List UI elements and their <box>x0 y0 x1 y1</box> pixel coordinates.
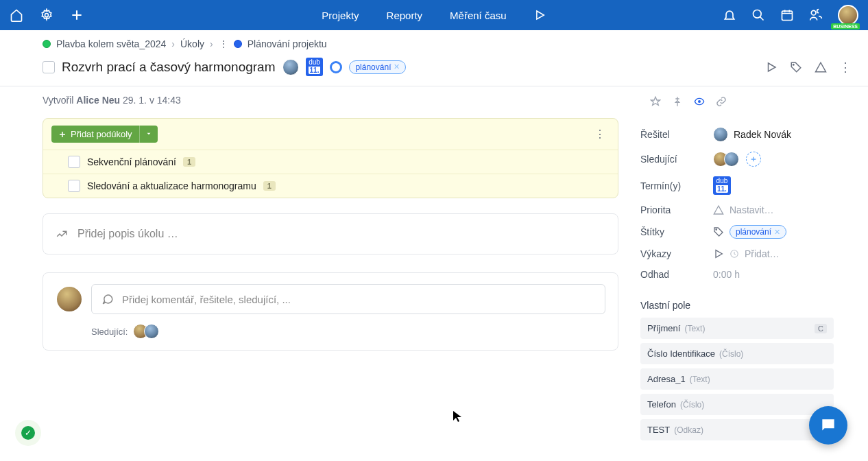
breadcrumb-tasks[interactable]: Úkoly <box>180 38 204 49</box>
subtask-checkbox[interactable] <box>68 180 80 192</box>
comment-input[interactable]: Přidej komentář, řešitele, sledující, ..… <box>91 284 605 314</box>
link-icon[interactable] <box>716 96 727 107</box>
breadcrumb-project[interactable]: Plavba kolem světa_2024 <box>56 38 166 49</box>
sync-status-icon[interactable]: ✓ <box>15 420 41 446</box>
users-icon[interactable] <box>809 8 823 22</box>
task-header: Rozvrh prací a časový harmonogram dub 11… <box>0 55 868 86</box>
custom-field-row[interactable]: Číslo Identifikace (Číslo) <box>640 343 834 364</box>
comment-avatar <box>56 285 83 313</box>
plan-badge: BUSINESS <box>831 23 860 29</box>
task-more-icon[interactable]: ⋮ <box>839 60 852 75</box>
play-icon[interactable] <box>534 9 546 21</box>
subtask-row[interactable]: Sledování a aktualizace harmonogramu 1 <box>43 174 618 198</box>
svg-point-6 <box>793 64 795 65</box>
svg-point-7 <box>698 100 701 103</box>
assignee-avatar-inline[interactable] <box>282 59 299 75</box>
field-estimate-label: Odhad <box>640 269 713 280</box>
nav-reports[interactable]: Reporty <box>387 10 423 21</box>
breadcrumb-current[interactable]: Plánování projektu <box>248 38 327 49</box>
field-priority-value[interactable]: Nastavit… <box>713 204 774 215</box>
field-tags-value[interactable]: plánování✕ <box>713 225 786 239</box>
svg-point-8 <box>716 229 716 230</box>
task-status-dot <box>234 40 242 48</box>
priority-icon[interactable] <box>815 61 827 73</box>
add-subtask-dropdown[interactable] <box>139 126 158 143</box>
field-assignee-value[interactable]: Radek Novák <box>713 127 791 142</box>
tag-pill[interactable]: plánování✕ <box>349 60 406 74</box>
subtask-count: 1 <box>263 181 276 191</box>
field-estimate-value[interactable]: 0:00 h <box>713 269 740 280</box>
search-icon[interactable] <box>751 8 765 22</box>
followers-label: Sledující: <box>91 327 128 337</box>
tags-icon[interactable] <box>790 61 802 73</box>
comment-card: Přidej komentář, řešitele, sledující, ..… <box>43 272 618 351</box>
field-followers-label: Sledující <box>640 154 713 165</box>
created-meta: Vytvořil Alice Neu 29. 1. v 14:43 <box>43 95 618 106</box>
subtask-title[interactable]: Sledování a aktualizace harmonogramu <box>87 180 256 191</box>
project-status-dot <box>43 40 51 48</box>
svg-marker-5 <box>769 63 776 71</box>
svg-point-4 <box>811 10 816 15</box>
add-follower-icon[interactable] <box>746 152 761 167</box>
svg-point-0 <box>45 14 49 17</box>
due-date-badge[interactable]: dub 11. <box>306 58 324 76</box>
add-subtask-button[interactable]: Přidat podúkoly <box>51 126 139 143</box>
field-reports-value[interactable]: Přidat… <box>713 248 780 259</box>
top-bar: Projekty Reporty Měření času BUSINESS <box>0 0 868 30</box>
breadcrumb-more-icon[interactable]: ⋮ <box>219 38 228 49</box>
custom-field-row[interactable]: Adresa_1 (Text) <box>640 368 834 390</box>
nav-projects[interactable]: Projekty <box>322 10 359 21</box>
svg-marker-1 <box>537 11 544 19</box>
field-followers-value[interactable] <box>713 152 761 167</box>
svg-marker-9 <box>716 250 722 258</box>
subtask-count: 1 <box>183 157 195 167</box>
description-input[interactable]: Přidej popis úkolu … <box>43 213 618 255</box>
play-task-icon[interactable] <box>765 61 777 73</box>
sidebar: Řešitel Radek Novák Sledující Termín(y) <box>638 86 850 454</box>
custom-field-row[interactable]: Příjmení (Text) C <box>640 318 834 339</box>
progress-ring-icon[interactable] <box>330 61 342 73</box>
calendar-icon[interactable] <box>780 8 794 22</box>
custom-field-row[interactable]: TEST (Odkaz) <box>640 419 834 440</box>
user-avatar[interactable]: BUSINESS <box>838 5 858 25</box>
field-assignee-label: Řešitel <box>640 129 713 140</box>
subtask-title[interactable]: Sekvenční plánování <box>87 156 176 167</box>
bell-icon[interactable] <box>723 8 736 22</box>
subtask-checkbox[interactable] <box>68 156 80 168</box>
gear-icon[interactable] <box>40 8 53 22</box>
add-icon[interactable] <box>70 8 84 22</box>
followers-avatars[interactable] <box>133 324 159 339</box>
custom-field-row[interactable]: Telefon (Číslo) <box>640 394 834 415</box>
field-priority-label: Priorita <box>640 204 713 215</box>
breadcrumb: Plavba kolem světa_2024 › Úkoly › ⋮ Plán… <box>0 30 868 55</box>
field-tags-label: Štítky <box>640 226 713 237</box>
remove-tag-icon[interactable]: ✕ <box>394 62 400 71</box>
task-checkbox[interactable] <box>43 61 55 73</box>
custom-fields-title: Vlastní pole <box>640 300 834 311</box>
subtasks-card: Přidat podúkoly ⋮ Sekvenční plánování 1 … <box>43 118 618 198</box>
pin-icon[interactable] <box>672 96 683 107</box>
watch-icon[interactable] <box>694 96 705 107</box>
field-reports-label: Výkazy <box>640 248 713 259</box>
field-dates-value[interactable]: dub 11. <box>713 176 731 195</box>
svg-rect-3 <box>782 11 793 20</box>
chat-button[interactable] <box>809 406 847 445</box>
svg-point-2 <box>754 10 762 19</box>
home-icon[interactable] <box>10 8 23 22</box>
nav-time-tracking[interactable]: Měření času <box>450 10 507 21</box>
field-dates-label: Termín(y) <box>640 180 713 191</box>
star-icon[interactable] <box>650 96 661 107</box>
task-title[interactable]: Rozvrh prací a časový harmonogram <box>62 60 276 75</box>
subtask-row[interactable]: Sekvenční plánování 1 <box>43 150 618 174</box>
subtasks-more-icon[interactable]: ⋮ <box>590 128 610 141</box>
